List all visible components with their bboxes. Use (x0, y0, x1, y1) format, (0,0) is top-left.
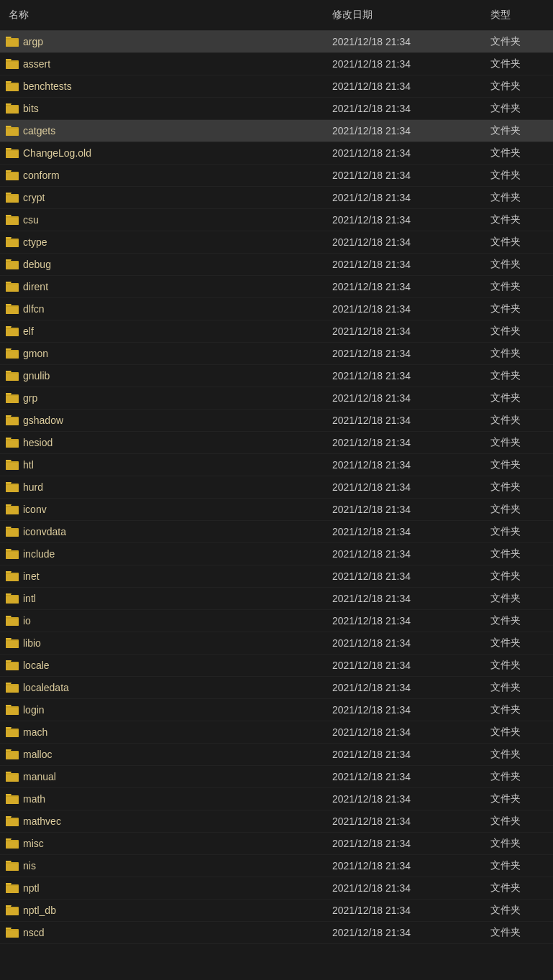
table-row[interactable]: dlfcn 2021/12/18 21:34 文件夹 (0, 298, 553, 320)
table-row[interactable]: hesiod 2021/12/18 21:34 文件夹 (0, 432, 553, 454)
file-type: 文件夹 (482, 145, 553, 161)
file-type: 文件夹 (482, 524, 553, 540)
folder-icon (6, 771, 19, 782)
svg-rect-11 (6, 84, 19, 91)
file-name: gshadow (23, 415, 63, 426)
folder-icon (6, 570, 19, 582)
folder-icon (6, 125, 19, 137)
table-row[interactable]: inet 2021/12/18 21:34 文件夹 (0, 565, 553, 588)
file-name: libio (23, 637, 41, 649)
table-row[interactable]: iconv 2021/12/18 21:34 文件夹 (0, 499, 553, 521)
table-row[interactable]: mach 2021/12/18 21:34 文件夹 (0, 721, 553, 744)
file-type: 文件夹 (482, 346, 553, 361)
file-date: 2021/12/18 21:34 (324, 101, 482, 116)
svg-marker-114 (6, 660, 12, 662)
table-row[interactable]: gnulib 2021/12/18 21:34 文件夹 (0, 365, 553, 387)
svg-marker-98 (6, 571, 12, 573)
file-name: login (23, 704, 45, 716)
table-row[interactable]: elf 2021/12/18 21:34 文件夹 (0, 320, 553, 343)
table-row[interactable]: login 2021/12/18 21:34 文件夹 (0, 699, 553, 721)
file-name: gnulib (23, 370, 50, 382)
table-row[interactable]: iconvdata 2021/12/18 21:34 文件夹 (0, 521, 553, 543)
svg-rect-55 (6, 329, 19, 336)
svg-marker-38 (6, 237, 12, 239)
file-date: 2021/12/18 21:34 (324, 703, 482, 717)
table-row[interactable]: gmon 2021/12/18 21:34 文件夹 (0, 343, 553, 365)
table-row[interactable]: nis 2021/12/18 21:34 文件夹 (0, 855, 553, 877)
file-date: 2021/12/18 21:34 (324, 435, 482, 450)
table-row[interactable]: nptl_db 2021/12/18 21:34 文件夹 (0, 900, 553, 922)
table-row[interactable]: ChangeLog.old 2021/12/18 21:34 文件夹 (0, 142, 553, 165)
svg-marker-74 (6, 438, 12, 439)
folder-icon (6, 236, 19, 248)
svg-rect-91 (6, 530, 19, 537)
file-type: 文件夹 (482, 479, 553, 495)
table-row[interactable]: htl 2021/12/18 21:34 文件夹 (0, 454, 553, 476)
folder-icon (6, 927, 19, 938)
table-row[interactable]: gshadow 2021/12/18 21:34 文件夹 (0, 410, 553, 432)
table-row[interactable]: malloc 2021/12/18 21:34 文件夹 (0, 744, 553, 766)
folder-icon (6, 593, 19, 604)
folder-icon (6, 147, 19, 159)
file-date: 2021/12/18 21:34 (324, 124, 482, 138)
folder-icon (6, 214, 19, 226)
svg-marker-162 (6, 928, 12, 929)
table-row[interactable]: benchtests 2021/12/18 21:34 文件夹 (0, 75, 553, 98)
table-row[interactable]: localedata 2021/12/18 21:34 文件夹 (0, 677, 553, 699)
table-row[interactable]: nptl 2021/12/18 21:34 文件夹 (0, 877, 553, 900)
folder-icon (6, 415, 19, 426)
table-row[interactable]: crypt 2021/12/18 21:34 文件夹 (0, 187, 553, 209)
table-row[interactable]: math 2021/12/18 21:34 文件夹 (0, 788, 553, 810)
svg-rect-103 (6, 596, 19, 604)
folder-icon (6, 660, 19, 671)
table-row[interactable]: assert 2021/12/18 21:34 文件夹 (0, 53, 553, 75)
file-date: 2021/12/18 21:34 (324, 591, 482, 606)
svg-rect-23 (6, 151, 19, 158)
file-type: 文件夹 (482, 546, 553, 562)
table-row[interactable]: hurd 2021/12/18 21:34 文件夹 (0, 476, 553, 499)
svg-rect-47 (6, 285, 19, 292)
table-row[interactable]: debug 2021/12/18 21:34 文件夹 (0, 254, 553, 276)
table-row[interactable]: io 2021/12/18 21:34 文件夹 (0, 610, 553, 632)
svg-marker-10 (6, 81, 12, 83)
table-row[interactable]: mathvec 2021/12/18 21:34 文件夹 (0, 810, 553, 833)
folder-icon (6, 459, 19, 471)
file-date: 2021/12/18 21:34 (324, 257, 482, 272)
svg-marker-138 (6, 794, 12, 795)
svg-rect-119 (6, 685, 19, 693)
table-row[interactable]: libio 2021/12/18 21:34 文件夹 (0, 632, 553, 655)
table-row[interactable]: dirent 2021/12/18 21:34 文件夹 (0, 276, 553, 298)
file-date: 2021/12/18 21:34 (324, 369, 482, 383)
svg-marker-82 (6, 482, 12, 484)
file-name: math (23, 793, 45, 805)
table-row[interactable]: intl 2021/12/18 21:34 文件夹 (0, 588, 553, 610)
folder-icon (6, 348, 19, 359)
table-row[interactable]: include 2021/12/18 21:34 文件夹 (0, 543, 553, 565)
file-date: 2021/12/18 21:34 (324, 168, 482, 182)
table-row[interactable]: catgets 2021/12/18 21:34 文件夹 (0, 120, 553, 142)
file-type: 文件夹 (482, 746, 553, 762)
svg-rect-95 (6, 552, 19, 559)
folder-icon (6, 192, 19, 203)
header-name: 名称 (0, 6, 324, 24)
table-row[interactable]: csu 2021/12/18 21:34 文件夹 (0, 209, 553, 231)
file-date: 2021/12/18 21:34 (324, 747, 482, 762)
table-row[interactable]: locale 2021/12/18 21:34 文件夹 (0, 655, 553, 677)
file-type: 文件夹 (482, 212, 553, 228)
table-row[interactable]: misc 2021/12/18 21:34 文件夹 (0, 833, 553, 855)
folder-icon (6, 526, 19, 537)
table-row[interactable]: nscd 2021/12/18 21:34 文件夹 (0, 922, 553, 944)
svg-rect-43 (6, 262, 19, 269)
table-row[interactable]: grp 2021/12/18 21:34 文件夹 (0, 387, 553, 410)
file-name: bits (23, 103, 39, 114)
file-date: 2021/12/18 21:34 (324, 814, 482, 828)
file-name: conform (23, 170, 60, 181)
table-row[interactable]: argp 2021/12/18 21:34 文件夹 (0, 31, 553, 53)
file-type: 文件夹 (482, 256, 553, 272)
table-row[interactable]: conform 2021/12/18 21:34 文件夹 (0, 165, 553, 187)
table-row[interactable]: manual 2021/12/18 21:34 文件夹 (0, 766, 553, 788)
table-row[interactable]: bits 2021/12/18 21:34 文件夹 (0, 98, 553, 120)
file-manager: 名称 修改日期 类型 argp 2021/12/18 21:34 文件夹 ass… (0, 0, 553, 944)
table-row[interactable]: ctype 2021/12/18 21:34 文件夹 (0, 231, 553, 254)
file-type: 文件夹 (482, 680, 553, 695)
